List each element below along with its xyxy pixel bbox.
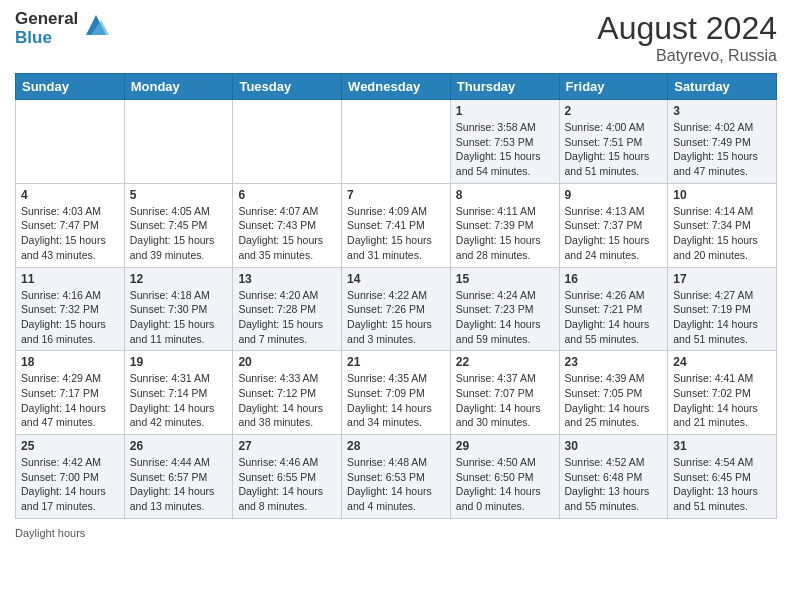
day-info: Sunrise: 4:14 AM Sunset: 7:34 PM Dayligh… bbox=[673, 204, 771, 263]
calendar-cell: 1Sunrise: 3:58 AM Sunset: 7:53 PM Daylig… bbox=[450, 100, 559, 184]
calendar-cell: 16Sunrise: 4:26 AM Sunset: 7:21 PM Dayli… bbox=[559, 267, 668, 351]
logo-general: General bbox=[15, 10, 78, 29]
day-info: Sunrise: 4:44 AM Sunset: 6:57 PM Dayligh… bbox=[130, 455, 228, 514]
day-number: 21 bbox=[347, 355, 445, 369]
day-number: 15 bbox=[456, 272, 554, 286]
calendar-week-2: 4Sunrise: 4:03 AM Sunset: 7:47 PM Daylig… bbox=[16, 183, 777, 267]
day-number: 8 bbox=[456, 188, 554, 202]
day-number: 30 bbox=[565, 439, 663, 453]
month-year-title: August 2024 bbox=[597, 10, 777, 47]
title-block: August 2024 Batyrevo, Russia bbox=[597, 10, 777, 65]
day-number: 24 bbox=[673, 355, 771, 369]
day-number: 7 bbox=[347, 188, 445, 202]
column-header-wednesday: Wednesday bbox=[342, 74, 451, 100]
calendar-cell: 28Sunrise: 4:48 AM Sunset: 6:53 PM Dayli… bbox=[342, 435, 451, 519]
day-info: Sunrise: 4:11 AM Sunset: 7:39 PM Dayligh… bbox=[456, 204, 554, 263]
calendar-cell: 13Sunrise: 4:20 AM Sunset: 7:28 PM Dayli… bbox=[233, 267, 342, 351]
day-number: 25 bbox=[21, 439, 119, 453]
day-number: 13 bbox=[238, 272, 336, 286]
day-number: 20 bbox=[238, 355, 336, 369]
column-header-monday: Monday bbox=[124, 74, 233, 100]
column-header-friday: Friday bbox=[559, 74, 668, 100]
calendar-cell: 17Sunrise: 4:27 AM Sunset: 7:19 PM Dayli… bbox=[668, 267, 777, 351]
day-number: 1 bbox=[456, 104, 554, 118]
calendar-cell: 18Sunrise: 4:29 AM Sunset: 7:17 PM Dayli… bbox=[16, 351, 125, 435]
day-info: Sunrise: 4:07 AM Sunset: 7:43 PM Dayligh… bbox=[238, 204, 336, 263]
day-number: 28 bbox=[347, 439, 445, 453]
day-number: 2 bbox=[565, 104, 663, 118]
day-info: Sunrise: 4:31 AM Sunset: 7:14 PM Dayligh… bbox=[130, 371, 228, 430]
day-number: 14 bbox=[347, 272, 445, 286]
day-number: 6 bbox=[238, 188, 336, 202]
day-info: Sunrise: 4:33 AM Sunset: 7:12 PM Dayligh… bbox=[238, 371, 336, 430]
day-number: 9 bbox=[565, 188, 663, 202]
calendar-week-3: 11Sunrise: 4:16 AM Sunset: 7:32 PM Dayli… bbox=[16, 267, 777, 351]
day-info: Sunrise: 4:05 AM Sunset: 7:45 PM Dayligh… bbox=[130, 204, 228, 263]
calendar-cell: 29Sunrise: 4:50 AM Sunset: 6:50 PM Dayli… bbox=[450, 435, 559, 519]
calendar-cell: 10Sunrise: 4:14 AM Sunset: 7:34 PM Dayli… bbox=[668, 183, 777, 267]
calendar-table: SundayMondayTuesdayWednesdayThursdayFrid… bbox=[15, 73, 777, 519]
day-number: 29 bbox=[456, 439, 554, 453]
calendar-cell: 26Sunrise: 4:44 AM Sunset: 6:57 PM Dayli… bbox=[124, 435, 233, 519]
calendar-cell bbox=[124, 100, 233, 184]
calendar-cell: 19Sunrise: 4:31 AM Sunset: 7:14 PM Dayli… bbox=[124, 351, 233, 435]
day-info: Sunrise: 4:24 AM Sunset: 7:23 PM Dayligh… bbox=[456, 288, 554, 347]
day-info: Sunrise: 4:00 AM Sunset: 7:51 PM Dayligh… bbox=[565, 120, 663, 179]
calendar-cell: 21Sunrise: 4:35 AM Sunset: 7:09 PM Dayli… bbox=[342, 351, 451, 435]
day-info: Sunrise: 4:16 AM Sunset: 7:32 PM Dayligh… bbox=[21, 288, 119, 347]
logo-blue: Blue bbox=[15, 29, 78, 48]
day-info: Sunrise: 4:03 AM Sunset: 7:47 PM Dayligh… bbox=[21, 204, 119, 263]
day-info: Sunrise: 4:37 AM Sunset: 7:07 PM Dayligh… bbox=[456, 371, 554, 430]
calendar-cell: 24Sunrise: 4:41 AM Sunset: 7:02 PM Dayli… bbox=[668, 351, 777, 435]
day-info: Sunrise: 4:18 AM Sunset: 7:30 PM Dayligh… bbox=[130, 288, 228, 347]
calendar-header-row: SundayMondayTuesdayWednesdayThursdayFrid… bbox=[16, 74, 777, 100]
column-header-thursday: Thursday bbox=[450, 74, 559, 100]
day-info: Sunrise: 4:46 AM Sunset: 6:55 PM Dayligh… bbox=[238, 455, 336, 514]
calendar-cell bbox=[342, 100, 451, 184]
calendar-cell: 20Sunrise: 4:33 AM Sunset: 7:12 PM Dayli… bbox=[233, 351, 342, 435]
calendar-cell bbox=[16, 100, 125, 184]
column-header-saturday: Saturday bbox=[668, 74, 777, 100]
day-info: Sunrise: 4:41 AM Sunset: 7:02 PM Dayligh… bbox=[673, 371, 771, 430]
day-number: 10 bbox=[673, 188, 771, 202]
day-number: 11 bbox=[21, 272, 119, 286]
day-info: Sunrise: 4:29 AM Sunset: 7:17 PM Dayligh… bbox=[21, 371, 119, 430]
calendar-cell: 4Sunrise: 4:03 AM Sunset: 7:47 PM Daylig… bbox=[16, 183, 125, 267]
day-info: Sunrise: 4:54 AM Sunset: 6:45 PM Dayligh… bbox=[673, 455, 771, 514]
calendar-cell: 11Sunrise: 4:16 AM Sunset: 7:32 PM Dayli… bbox=[16, 267, 125, 351]
column-header-sunday: Sunday bbox=[16, 74, 125, 100]
calendar-cell bbox=[233, 100, 342, 184]
day-number: 18 bbox=[21, 355, 119, 369]
day-number: 23 bbox=[565, 355, 663, 369]
page-header: General Blue August 2024 Batyrevo, Russi… bbox=[15, 10, 777, 65]
day-info: Sunrise: 4:26 AM Sunset: 7:21 PM Dayligh… bbox=[565, 288, 663, 347]
day-number: 17 bbox=[673, 272, 771, 286]
calendar-cell: 14Sunrise: 4:22 AM Sunset: 7:26 PM Dayli… bbox=[342, 267, 451, 351]
calendar-cell: 2Sunrise: 4:00 AM Sunset: 7:51 PM Daylig… bbox=[559, 100, 668, 184]
day-number: 26 bbox=[130, 439, 228, 453]
calendar-cell: 25Sunrise: 4:42 AM Sunset: 7:00 PM Dayli… bbox=[16, 435, 125, 519]
day-info: Sunrise: 4:09 AM Sunset: 7:41 PM Dayligh… bbox=[347, 204, 445, 263]
calendar-cell: 31Sunrise: 4:54 AM Sunset: 6:45 PM Dayli… bbox=[668, 435, 777, 519]
day-info: Sunrise: 4:20 AM Sunset: 7:28 PM Dayligh… bbox=[238, 288, 336, 347]
calendar-cell: 9Sunrise: 4:13 AM Sunset: 7:37 PM Daylig… bbox=[559, 183, 668, 267]
calendar-cell: 5Sunrise: 4:05 AM Sunset: 7:45 PM Daylig… bbox=[124, 183, 233, 267]
daylight-label: Daylight hours bbox=[15, 527, 85, 539]
day-number: 12 bbox=[130, 272, 228, 286]
column-header-tuesday: Tuesday bbox=[233, 74, 342, 100]
day-info: Sunrise: 4:35 AM Sunset: 7:09 PM Dayligh… bbox=[347, 371, 445, 430]
calendar-cell: 12Sunrise: 4:18 AM Sunset: 7:30 PM Dayli… bbox=[124, 267, 233, 351]
calendar-week-5: 25Sunrise: 4:42 AM Sunset: 7:00 PM Dayli… bbox=[16, 435, 777, 519]
calendar-cell: 23Sunrise: 4:39 AM Sunset: 7:05 PM Dayli… bbox=[559, 351, 668, 435]
day-number: 3 bbox=[673, 104, 771, 118]
calendar-cell: 7Sunrise: 4:09 AM Sunset: 7:41 PM Daylig… bbox=[342, 183, 451, 267]
day-number: 22 bbox=[456, 355, 554, 369]
day-info: Sunrise: 3:58 AM Sunset: 7:53 PM Dayligh… bbox=[456, 120, 554, 179]
day-info: Sunrise: 4:42 AM Sunset: 7:00 PM Dayligh… bbox=[21, 455, 119, 514]
calendar-cell: 22Sunrise: 4:37 AM Sunset: 7:07 PM Dayli… bbox=[450, 351, 559, 435]
day-number: 16 bbox=[565, 272, 663, 286]
day-info: Sunrise: 4:13 AM Sunset: 7:37 PM Dayligh… bbox=[565, 204, 663, 263]
day-info: Sunrise: 4:52 AM Sunset: 6:48 PM Dayligh… bbox=[565, 455, 663, 514]
calendar-cell: 27Sunrise: 4:46 AM Sunset: 6:55 PM Dayli… bbox=[233, 435, 342, 519]
calendar-cell: 8Sunrise: 4:11 AM Sunset: 7:39 PM Daylig… bbox=[450, 183, 559, 267]
